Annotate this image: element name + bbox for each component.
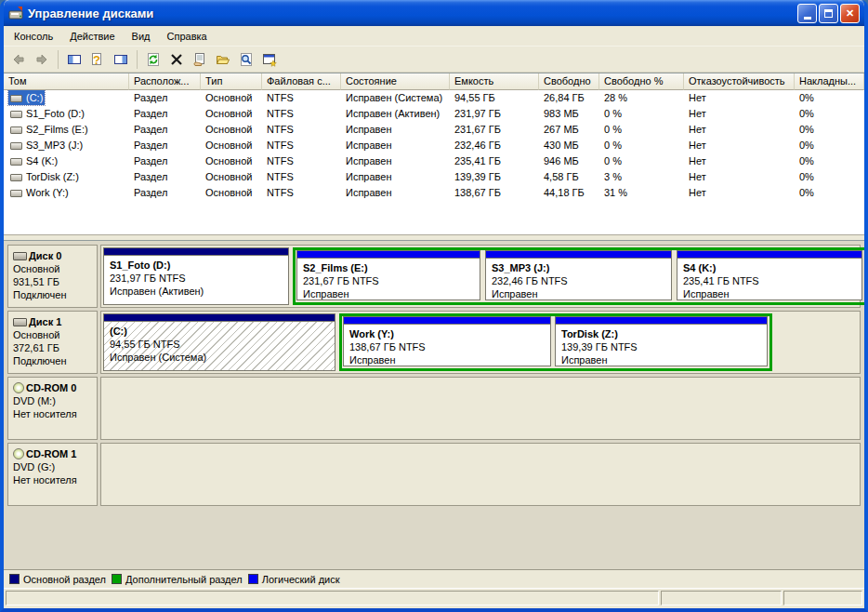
table-row-s2-films[interactable]: S2_Films (E:) Раздел Основной NTFS Испра… — [4, 122, 864, 138]
table-row-s1-foto[interactable]: S1_Foto (D:) Раздел Основной NTFS Исправ… — [4, 106, 864, 122]
column-header-layout[interactable]: Располож... — [129, 73, 201, 90]
status-panel-3 — [783, 591, 862, 605]
disk1-label[interactable]: Диск 1 Основной 372,61 ГБ Подключен — [7, 311, 98, 374]
console-window-button[interactable] — [258, 48, 281, 71]
volume-icon — [10, 95, 22, 102]
legend-primary-partition: Основной раздел — [9, 574, 106, 585]
table-row-s3-mp3[interactable]: S3_MP3 (J:) Раздел Основной NTFS Исправе… — [4, 138, 864, 153]
volume-icon — [10, 158, 22, 166]
show-console-tree-button[interactable] — [63, 48, 85, 71]
legend-logical-disk: Логический диск — [248, 574, 340, 585]
logical-disk-bar — [486, 251, 671, 259]
back-icon — [11, 52, 26, 67]
logical-disk-bar — [344, 317, 550, 325]
help-button[interactable]: ? — [86, 48, 109, 71]
logical-disk-color-swatch — [248, 574, 258, 584]
cdrom1-label[interactable]: CD-ROM 1 DVD (G:) Нет носителя — [7, 443, 98, 506]
cdrom-row-0: CD-ROM 0 DVD (M:) Нет носителя — [7, 377, 861, 440]
menu-console[interactable]: Консоль — [6, 28, 61, 45]
primary-partition-bar — [104, 248, 288, 256]
cd-icon — [13, 448, 24, 459]
toolbar-separator — [58, 50, 59, 69]
disk-icon — [13, 252, 27, 260]
column-header-overhead[interactable]: Накладны... — [795, 73, 864, 90]
window-title: Управление дисками — [28, 7, 797, 20]
title-bar: Управление дисками ✕ — [4, 0, 864, 26]
menu-view[interactable]: Вид — [124, 28, 159, 45]
logical-disk-bar — [297, 251, 480, 259]
disk-row-0: Диск 0 Основной 931,51 ГБ Подключен S1_F… — [7, 245, 861, 308]
close-button[interactable]: ✕ — [840, 4, 860, 23]
cdrom0-media-area[interactable] — [100, 377, 861, 440]
partition-s2-films[interactable]: S2_Films (E:) 231,67 ГБ NTFS Исправен — [296, 250, 480, 300]
properties-icon — [192, 52, 207, 67]
menu-help[interactable]: Справка — [159, 28, 216, 45]
primary-partition-bar — [104, 314, 335, 322]
partition-tordisk[interactable]: TorDisk (Z:) 139,39 ГБ NTFS Исправен — [555, 316, 768, 366]
extended-partition-disk0: S2_Films (E:) 231,67 ГБ NTFS Исправен S3… — [293, 247, 864, 305]
svg-text:?: ? — [93, 53, 100, 67]
maximize-button[interactable] — [819, 4, 838, 23]
open-folder-button[interactable] — [212, 48, 234, 71]
disk-management-window: Управление дисками ✕ Консоль Действие Ви… — [0, 0, 868, 612]
properties-button[interactable] — [189, 48, 211, 71]
forward-icon — [34, 52, 49, 67]
partition-s3-mp3[interactable]: S3_MP3 (J:) 232,46 ГБ NTFS Исправен — [485, 250, 672, 300]
delete-button[interactable] — [165, 48, 188, 71]
extended-partition-disk1: Work (Y:) 138,67 ГБ NTFS Исправен TorDis… — [339, 313, 772, 371]
refresh-button[interactable] — [142, 48, 164, 71]
disk-row-1: Диск 1 Основной 372,61 ГБ Подключен (C:)… — [7, 311, 861, 374]
volume-list-header: Том Располож... Тип Файловая с... Состоя… — [4, 73, 864, 90]
extended-partition-color-swatch — [112, 574, 122, 584]
refresh-icon — [146, 52, 161, 67]
column-header-free-pct[interactable]: Свободно % — [599, 73, 684, 90]
magnifier-icon — [239, 52, 254, 67]
primary-partition-color-swatch — [9, 574, 20, 584]
column-header-capacity[interactable]: Емкость — [450, 73, 539, 90]
column-header-type[interactable]: Тип — [201, 73, 262, 90]
back-button[interactable] — [7, 48, 30, 71]
status-bar — [4, 588, 864, 608]
partition-s4[interactable]: S4 (K:) 235,41 ГБ NTFS Исправен — [677, 250, 862, 300]
toolbar-separator — [137, 50, 138, 69]
table-row-tordisk[interactable]: TorDisk (Z:) Раздел Основной NTFS Исправ… — [4, 169, 864, 185]
cdrom1-media-area[interactable] — [100, 443, 861, 506]
console-tree-icon — [67, 52, 82, 67]
disk0-partitions: S1_Foto (D:) 231,97 ГБ NTFS Исправен (Ак… — [100, 245, 861, 308]
volume-icon — [10, 142, 22, 150]
partition-work[interactable]: Work (Y:) 138,67 ГБ NTFS Исправен — [343, 316, 551, 366]
status-panel-main — [6, 591, 659, 605]
status-panel-2 — [661, 591, 782, 605]
find-button[interactable] — [235, 48, 257, 71]
disk-management-icon — [8, 6, 24, 21]
column-header-status[interactable]: Состояние — [341, 73, 450, 90]
forward-button[interactable] — [31, 48, 53, 71]
legend-bar: Основной раздел Дополнительный раздел Ло… — [4, 569, 864, 588]
logical-disk-bar — [677, 251, 861, 259]
column-header-fault-tolerance[interactable]: Отказоустойчивость — [684, 73, 795, 90]
action-pane-icon — [113, 52, 128, 67]
toolbar: ? — [4, 47, 864, 73]
disk1-partitions: (C:) 94,55 ГБ NTFS Исправен (Система) Wo… — [100, 311, 861, 374]
show-action-pane-button[interactable] — [110, 48, 132, 71]
disk0-label[interactable]: Диск 0 Основной 931,51 ГБ Подключен — [7, 245, 98, 308]
cdrom0-label[interactable]: CD-ROM 0 DVD (M:) Нет носителя — [7, 377, 98, 440]
logical-disk-bar — [556, 317, 767, 325]
partition-s1-foto[interactable]: S1_Foto (D:) 231,97 ГБ NTFS Исправен (Ак… — [103, 247, 289, 305]
volume-icon — [10, 190, 22, 197]
disk-icon — [13, 318, 27, 326]
column-header-filesystem[interactable]: Файловая с... — [262, 73, 341, 90]
menu-bar: Консоль Действие Вид Справка — [4, 26, 864, 47]
table-row-c[interactable]: (C:) Раздел Основной NTFS Исправен (Сист… — [4, 90, 864, 106]
partition-c[interactable]: (C:) 94,55 ГБ NTFS Исправен (Система) — [103, 313, 335, 371]
console-window-icon — [262, 52, 277, 67]
table-row-work[interactable]: Work (Y:) Раздел Основной NTFS Исправен … — [4, 185, 864, 201]
selected-volume: (C:) — [8, 90, 45, 105]
legend-extended-partition: Дополнительный раздел — [112, 574, 243, 585]
column-header-free[interactable]: Свободно — [539, 73, 599, 90]
delete-icon — [169, 52, 184, 67]
menu-action[interactable]: Действие — [61, 28, 123, 45]
table-row-s4[interactable]: S4 (K:) Раздел Основной NTFS Исправен 23… — [4, 153, 864, 169]
column-header-volume[interactable]: Том — [4, 73, 129, 90]
minimize-button[interactable] — [797, 4, 817, 23]
